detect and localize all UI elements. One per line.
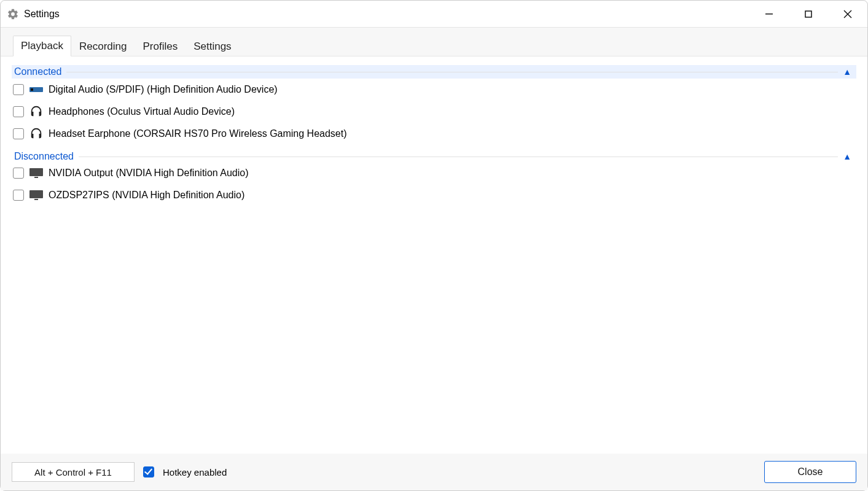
titlebar: Settings [1,1,867,28]
device-label: OZDSP27IPS (NVIDIA High Definition Audio… [49,190,244,201]
headphones-icon [29,126,44,141]
device-checkbox[interactable] [13,128,24,139]
minimize-button[interactable] [749,1,789,27]
settings-window: Settings Playback Recording Profiles Set… [0,0,868,491]
tab-label: Settings [194,41,231,52]
group-header-connected[interactable]: Connected ▲ [12,65,856,79]
group-label: Connected [12,66,66,77]
spdif-icon [29,82,44,97]
tab-profiles[interactable]: Profiles [135,36,186,56]
monitor-icon [29,188,44,203]
svg-rect-5 [31,88,33,91]
headphones-icon [29,104,44,119]
device-checkbox[interactable] [13,190,24,201]
tab-recording[interactable]: Recording [71,36,135,56]
minimize-icon [765,10,773,18]
device-checkbox[interactable] [13,168,24,179]
hotkey-value: Alt + Control + F11 [34,467,112,477]
hotkey-input[interactable]: Alt + Control + F11 [12,462,135,482]
svg-rect-1 [805,11,811,17]
separator [66,72,838,72]
tab-label: Playback [21,40,63,52]
device-row[interactable]: NVIDIA Output (NVIDIA High Definition Au… [12,162,856,184]
tabbar: Playback Recording Profiles Settings [1,28,867,56]
device-label: Headset Earphone (CORSAIR HS70 Pro Wirel… [49,128,347,139]
svg-rect-8 [29,190,43,198]
gear-icon [7,8,19,20]
close-icon [843,10,852,18]
svg-rect-9 [34,199,38,200]
separator [79,157,838,157]
device-label: Headphones (Oculus Virtual Audio Device) [49,106,235,117]
hotkey-enabled-checkbox[interactable] [143,466,154,477]
group-label: Disconnected [12,151,79,162]
tab-label: Profiles [143,41,178,52]
svg-rect-7 [34,177,38,178]
tab-label: Recording [79,41,127,52]
content-area: Connected ▲ Digital Audio (S/PDIF) (High… [1,56,867,454]
device-label: NVIDIA Output (NVIDIA High Definition Au… [49,168,248,179]
maximize-icon [805,10,812,18]
device-row[interactable]: OZDSP27IPS (NVIDIA High Definition Audio… [12,184,856,206]
chevron-up-icon: ▲ [838,67,856,77]
group-header-disconnected[interactable]: Disconnected ▲ [12,151,856,162]
tab-settings[interactable]: Settings [186,36,239,56]
close-button[interactable]: Close [764,461,856,483]
device-checkbox[interactable] [13,106,24,117]
svg-rect-0 [765,14,773,15]
device-checkbox[interactable] [13,84,24,95]
close-window-button[interactable] [828,1,867,27]
tab-playback[interactable]: Playback [13,36,71,56]
monitor-icon [29,166,44,180]
footer: Alt + Control + F11 Hotkey enabled Close [1,454,867,490]
close-button-label: Close [798,466,823,477]
window-controls [749,1,867,27]
hotkey-enabled-label: Hotkey enabled [163,467,227,477]
device-row[interactable]: Digital Audio (S/PDIF) (High Definition … [12,79,856,101]
chevron-up-icon: ▲ [838,152,856,161]
device-row[interactable]: Headphones (Oculus Virtual Audio Device) [12,101,856,123]
device-row[interactable]: Headset Earphone (CORSAIR HS70 Pro Wirel… [12,123,856,145]
device-label: Digital Audio (S/PDIF) (High Definition … [49,84,278,95]
svg-rect-6 [29,168,43,176]
maximize-button[interactable] [789,1,828,27]
window-title: Settings [24,9,60,20]
